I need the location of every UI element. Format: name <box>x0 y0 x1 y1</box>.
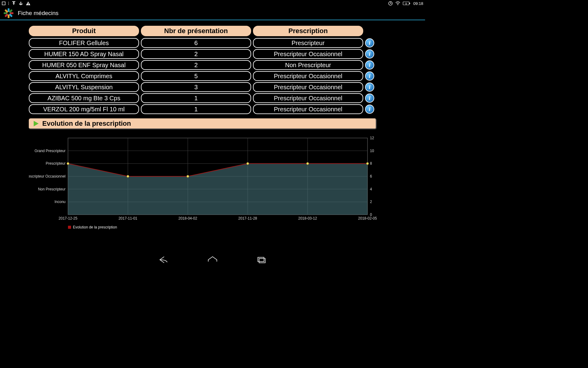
info-icon: i <box>369 73 370 79</box>
svg-marker-20 <box>34 121 39 126</box>
usb-icon <box>18 1 23 6</box>
table-row: ALVITYL Suspension3Prescripteur Occasion… <box>29 82 396 92</box>
legend-label: Evolution de la prescription <box>73 225 117 229</box>
status-bar: 9 09:18 <box>0 0 425 7</box>
section-evolution[interactable]: Evolution de la prescription <box>29 118 377 129</box>
svg-text:2: 2 <box>370 200 372 204</box>
info-button[interactable]: i <box>365 94 374 103</box>
cell-nbr: 3 <box>141 82 251 92</box>
cell-produit: AZIBAC 500 mg Bte 3 Cps <box>29 93 139 103</box>
table-row: VERZOL 200 mg/5ml Fl 10 ml1Prescripteur … <box>29 104 396 114</box>
cell-produit: ALVITYL Suspension <box>29 82 139 92</box>
svg-point-55 <box>187 175 189 178</box>
svg-text:2018-02-05: 2018-02-05 <box>358 216 377 220</box>
info-button[interactable]: i <box>365 38 374 48</box>
cell-nbr: 5 <box>141 71 251 81</box>
cell-nbr: 6 <box>141 38 251 48</box>
svg-text:2017-11-01: 2017-11-01 <box>119 216 138 220</box>
upload-icon <box>12 1 16 6</box>
chart-evolution: 0246810122017-12-252017-11-012018-04-022… <box>29 135 377 228</box>
svg-text:9: 9 <box>405 2 407 5</box>
nav-bar <box>0 253 425 266</box>
cell-prescription: Non Prescripteur <box>253 60 363 70</box>
cell-nbr: 1 <box>141 93 251 103</box>
table-row: FOLIFER Gellules6Prescripteuri <box>29 38 396 48</box>
back-button[interactable] <box>157 255 170 264</box>
svg-point-3 <box>8 4 9 5</box>
svg-rect-6 <box>28 4 28 5</box>
svg-text:4: 4 <box>370 187 372 191</box>
info-button[interactable]: i <box>365 71 374 81</box>
cell-produit: HUMER 150 AD Spray Nasal <box>29 49 139 59</box>
section-title: Evolution de la prescription <box>42 120 131 128</box>
page-title: Fiche médecins <box>18 10 58 17</box>
cell-nbr: 1 <box>141 104 251 114</box>
info-icon: i <box>369 62 370 68</box>
table-row: HUMER 150 AD Spray Nasal2Prescripteur Oc… <box>29 49 396 59</box>
svg-text:10: 10 <box>370 149 374 153</box>
cell-produit: FOLIFER Gellules <box>29 38 139 48</box>
cell-prescription: Prescripteur Occasionnel <box>253 71 363 81</box>
svg-text:2018-04-02: 2018-04-02 <box>179 216 198 220</box>
header-nbr: Nbr de présentation <box>141 26 251 36</box>
battery-icon: 9 <box>403 1 411 6</box>
cell-produit: HUMER 050 ENF Spray Nasal <box>29 60 139 70</box>
svg-rect-10 <box>409 3 410 4</box>
info-icon: i <box>369 106 370 113</box>
table-row: AZIBAC 500 mg Bte 3 Cps1Prescripteur Occ… <box>29 93 396 103</box>
info-button[interactable]: i <box>365 105 374 114</box>
svg-text:2017-11-28: 2017-11-28 <box>238 216 257 220</box>
rotate-icon <box>388 1 393 6</box>
svg-point-58 <box>366 162 369 165</box>
info-button[interactable]: i <box>365 60 374 70</box>
header-prescription: Prescription <box>253 26 363 36</box>
app-header: Fiche médecins <box>0 7 425 20</box>
status-time: 09:18 <box>413 1 423 6</box>
info-button[interactable]: i <box>365 82 374 92</box>
header-produit: Produit <box>29 26 139 36</box>
home-button[interactable] <box>206 255 219 264</box>
table-row: HUMER 050 ENF Spray Nasal2Non Prescripte… <box>29 60 396 70</box>
cell-prescription: Prescripteur Occasionnel <box>253 93 363 103</box>
legend-swatch-icon <box>68 226 71 229</box>
svg-point-57 <box>306 162 309 165</box>
svg-point-53 <box>67 162 69 165</box>
info-icon: i <box>369 95 370 102</box>
svg-text:Inconu: Inconu <box>55 200 66 204</box>
info-button[interactable]: i <box>365 49 374 59</box>
recent-apps-button[interactable] <box>255 255 268 264</box>
info-icon: i <box>369 40 370 46</box>
svg-text:Prescripteur Occasionnel: Prescripteur Occasionnel <box>29 174 66 178</box>
warning-icon <box>26 1 31 6</box>
svg-text:6: 6 <box>370 174 372 178</box>
cell-produit: ALVITYL Comprimes <box>29 71 139 81</box>
cell-prescription: Prescripteur Occasionnel <box>253 104 363 114</box>
svg-text:Prescripteur: Prescripteur <box>46 161 66 166</box>
cell-prescription: Prescripteur <box>253 38 363 48</box>
cell-nbr: 2 <box>141 60 251 70</box>
app-logo-icon <box>3 8 14 19</box>
rectangle-icon <box>2 2 6 5</box>
svg-rect-4 <box>12 1 15 2</box>
play-icon <box>32 120 39 127</box>
info-icon: i <box>369 84 370 90</box>
table-row: ALVITYL Comprimes5Prescripteur Occasionn… <box>29 71 396 81</box>
svg-point-54 <box>127 175 129 178</box>
cell-produit: VERZOL 200 mg/5ml Fl 10 ml <box>29 104 139 114</box>
svg-point-56 <box>247 162 249 165</box>
chart-legend: Evolution de la prescription <box>29 225 377 229</box>
svg-point-1 <box>8 2 9 2</box>
dots-icon <box>8 2 9 5</box>
svg-text:12: 12 <box>370 136 374 140</box>
svg-text:2018-03-12: 2018-03-12 <box>298 216 317 220</box>
info-icon: i <box>369 51 370 57</box>
svg-rect-5 <box>28 3 28 4</box>
table-header-row: Produit Nbr de présentation Prescription <box>29 26 396 36</box>
cell-nbr: 2 <box>141 49 251 59</box>
svg-text:2017-12-25: 2017-12-25 <box>58 216 77 220</box>
wifi-icon <box>395 1 400 6</box>
cell-prescription: Prescripteur Occasionnel <box>253 82 363 92</box>
svg-text:8: 8 <box>370 161 372 166</box>
svg-text:Non Prescripteur: Non Prescripteur <box>38 187 66 191</box>
svg-rect-0 <box>2 2 5 5</box>
